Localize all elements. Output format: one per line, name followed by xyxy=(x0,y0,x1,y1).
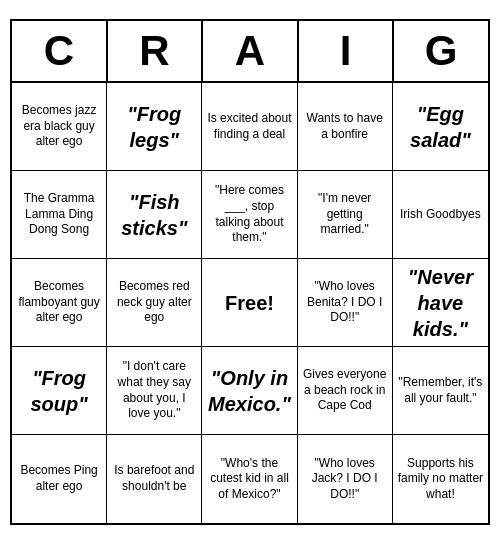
bingo-cell-0: Becomes jazz era black guy alter ego xyxy=(12,83,107,171)
title-letter-c: C xyxy=(12,21,108,81)
bingo-cell-9: Irish Goodbyes xyxy=(393,171,488,259)
bingo-cell-11: Becomes red neck guy alter ego xyxy=(107,259,202,347)
bingo-cell-8: "I'm never getting married." xyxy=(298,171,393,259)
title-letter-r: R xyxy=(108,21,204,81)
bingo-cell-7: "Here comes ___, stop talking about them… xyxy=(202,171,297,259)
bingo-card: CRAIG Becomes jazz era black guy alter e… xyxy=(10,19,490,525)
bingo-cell-24: Supports his family no matter what! xyxy=(393,435,488,523)
bingo-cell-6: "Fish sticks" xyxy=(107,171,202,259)
bingo-cell-20: Becomes Ping alter ego xyxy=(12,435,107,523)
bingo-cell-5: The Gramma Lamma Ding Dong Song xyxy=(12,171,107,259)
bingo-cell-4: "Egg salad" xyxy=(393,83,488,171)
bingo-cell-1: "Frog legs" xyxy=(107,83,202,171)
bingo-cell-17: "Only in Mexico." xyxy=(202,347,297,435)
title-letter-a: A xyxy=(203,21,299,81)
title-letter-g: G xyxy=(394,21,488,81)
bingo-cell-14: "Never have kids." xyxy=(393,259,488,347)
title-letter-i: I xyxy=(299,21,395,81)
bingo-cell-2: Is excited about finding a deal xyxy=(202,83,297,171)
bingo-cell-10: Becomes flamboyant guy alter ego xyxy=(12,259,107,347)
bingo-cell-21: Is barefoot and shouldn't be xyxy=(107,435,202,523)
bingo-cell-13: "Who loves Benita? I DO I DO!!" xyxy=(298,259,393,347)
bingo-cell-22: "Who's the cutest kid in all of Mexico?" xyxy=(202,435,297,523)
bingo-title: CRAIG xyxy=(12,21,488,83)
bingo-cell-18: Gives everyone a beach rock in Cape Cod xyxy=(298,347,393,435)
bingo-cell-3: Wants to have a bonfire xyxy=(298,83,393,171)
bingo-cell-16: "I don't care what they say about you, I… xyxy=(107,347,202,435)
bingo-cell-15: "Frog soup" xyxy=(12,347,107,435)
bingo-grid: Becomes jazz era black guy alter ego"Fro… xyxy=(12,83,488,523)
bingo-cell-23: "Who loves Jack? I DO I DO!!" xyxy=(298,435,393,523)
bingo-cell-19: "Remember, it's all your fault." xyxy=(393,347,488,435)
bingo-cell-12: Free! xyxy=(202,259,297,347)
